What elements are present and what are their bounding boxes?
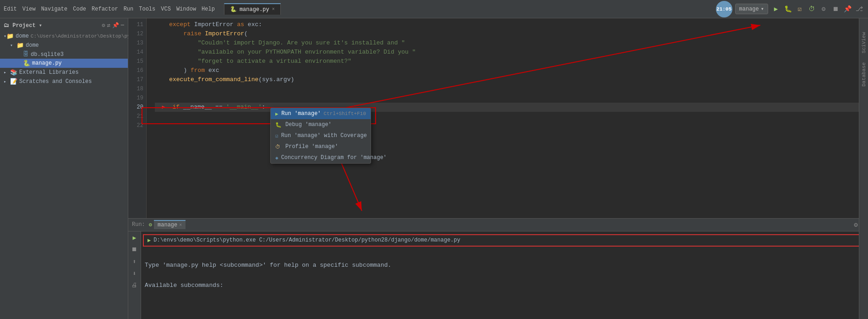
menu-tools[interactable]: Tools xyxy=(139,6,155,12)
coverage-icon: ☑ xyxy=(275,133,278,139)
bottom-tab-left: Run: ⚙ manage × xyxy=(132,220,186,229)
settings-icon[interactable]: ⚙ xyxy=(102,22,105,29)
folder-icon-dome: 📁 xyxy=(16,42,24,49)
ctx-profile-manage[interactable]: ⏱ Profile 'manage' xyxy=(271,141,371,152)
bottom-sidebar-layout: ▶ ⏹ ⬆ ⬇ 🖨 ▶ D:\envs\demo\Scripts\python.… xyxy=(128,231,868,319)
code-line-11: except ImportError as exc: xyxy=(155,20,864,29)
tab-label: manage.py xyxy=(240,6,269,13)
run-button[interactable]: ▶ xyxy=(771,4,781,14)
code-line-18 xyxy=(155,84,864,94)
ctx-concurrency-manage[interactable]: ◈ Concurrency Diagram for 'manage' xyxy=(271,152,371,163)
line-num-16: 16 xyxy=(128,66,146,75)
minimize-icon[interactable]: — xyxy=(121,22,124,29)
line-num-22: 22 xyxy=(128,121,146,130)
scratch-icon: 📝 xyxy=(10,78,17,85)
sciview-label[interactable]: SciView xyxy=(861,32,867,53)
menu-navigate[interactable]: Navigate xyxy=(41,6,68,12)
menu-vcs[interactable]: VCS xyxy=(161,6,171,12)
run-command-line: ▶ D:\envs\demo\Scripts\python.exe C:/Use… xyxy=(143,234,864,247)
code-line-19 xyxy=(155,94,864,103)
code-editor[interactable]: except ImportError as exc: raise ImportE… xyxy=(151,18,868,218)
sidebar-item-manage[interactable]: 🐍 manage.py xyxy=(0,59,128,68)
manage-run-icon: ⚙ xyxy=(149,221,152,228)
py-icon: 🐍 xyxy=(230,6,237,13)
line-num-11: 11 xyxy=(128,20,146,29)
context-menu: ▶ Run 'manage' Ctrl+Shift+F10 🐛 Debug 'm… xyxy=(270,108,371,164)
ctx-profile-label: Profile 'manage' xyxy=(285,143,338,150)
scroll-down-button[interactable]: ⬇ xyxy=(130,269,139,278)
line-num-17: 17 xyxy=(128,75,146,84)
menu-run[interactable]: Run xyxy=(124,6,134,12)
tree-label-manage: manage.py xyxy=(32,60,62,66)
ctx-coverage-manage[interactable]: ☑ Run 'manage' with Coverage xyxy=(271,130,371,141)
right-sidebar-strip: SciView Database xyxy=(859,18,868,319)
stop-run-button[interactable]: ⏹ xyxy=(130,245,139,254)
debug-icon: 🐛 xyxy=(275,122,283,128)
menu-code[interactable]: Code xyxy=(73,6,86,12)
sidebar-item-db[interactable]: 🗄 db.sqlite3 xyxy=(0,50,128,59)
bottom-tab-manage[interactable]: manage × xyxy=(154,220,186,229)
pin-button[interactable]: 📌 xyxy=(842,4,852,14)
debug-button[interactable]: 🐛 xyxy=(783,4,793,14)
profile-button[interactable]: ⏱ xyxy=(807,4,817,14)
editor-tab-manage[interactable]: 🐍 manage.py × xyxy=(224,3,281,15)
tree-label-external-libs: External Libraries xyxy=(19,69,79,76)
clock-badge: 21:05 xyxy=(716,1,732,17)
cmd-prompt: ▶ xyxy=(147,237,151,244)
menu-window[interactable]: Window xyxy=(176,6,196,12)
chevron-down-icon: ▾ xyxy=(761,6,764,12)
menu-help[interactable]: Help xyxy=(202,6,215,12)
tab-bar: 🐍 manage.py × xyxy=(224,3,716,15)
pin-sidebar-icon[interactable]: 📌 xyxy=(112,22,119,29)
line-num-15: 15 xyxy=(128,57,146,66)
sidebar-item-dome[interactable]: ▾ 📁 dome xyxy=(0,41,128,50)
top-bar: Edit View Navigate Code Refactor Run Too… xyxy=(0,0,868,18)
ctx-debug-label: Debug 'manage' xyxy=(285,121,332,128)
output-line-1 xyxy=(145,250,864,260)
layout-icon[interactable]: ⇌ xyxy=(107,22,110,29)
database-label[interactable]: Database xyxy=(861,62,867,87)
menu-view[interactable]: View xyxy=(22,6,36,12)
ctx-run-manage[interactable]: ▶ Run 'manage' Ctrl+Shift+F10 xyxy=(271,108,371,119)
db-icon: 🗄 xyxy=(23,51,29,58)
coverage-button[interactable]: ☑ xyxy=(795,4,805,14)
print-button[interactable]: 🖨 xyxy=(130,281,139,290)
run-config-dropdown[interactable]: manage ▾ xyxy=(735,4,768,14)
run-again-button[interactable]: ▶ xyxy=(130,233,139,242)
bottom-left-toolbar: ▶ ⏹ ⬆ ⬇ 🖨 xyxy=(128,231,141,319)
line-num-19: 19 xyxy=(128,94,146,103)
menu-edit[interactable]: Edit xyxy=(4,6,17,12)
run-toolbar-icons: ▶ 🐛 ☑ ⏱ ⚙ ⏹ 📌 ⎇ xyxy=(771,4,864,14)
line-numbers: 11 12 13 14 15 16 17 18 19 20 21 22 xyxy=(128,18,147,218)
bottom-settings-icon[interactable]: ⚙ xyxy=(854,221,857,229)
git-button[interactable]: ⎇ xyxy=(854,4,864,14)
code-line-16: ) from exc xyxy=(155,66,864,75)
run-config-label: manage xyxy=(739,6,759,12)
sidebar-item-dome-root[interactable]: ▾ 📁 dome C:\Users\Administrator\Desktop\… xyxy=(0,32,128,41)
expand-arrow-libs: ▸ xyxy=(4,70,10,75)
output-line-3 xyxy=(145,270,864,280)
expand-arrow-dome: ▾ xyxy=(10,43,16,48)
stop-button[interactable]: ⏹ xyxy=(830,4,841,14)
ctx-concurrency-label: Concurrency Diagram for 'manage' xyxy=(281,154,387,161)
ctx-debug-manage[interactable]: 🐛 Debug 'manage' xyxy=(271,119,371,130)
editor-area: 11 12 13 14 15 16 17 18 19 20 21 22 exce… xyxy=(128,18,868,218)
folder-icon: 📁 xyxy=(6,33,14,40)
tab-close-button[interactable]: × xyxy=(272,7,275,12)
settings-run-button[interactable]: ⚙ xyxy=(819,4,829,14)
menu-bar: Edit View Navigate Code Refactor Run Too… xyxy=(4,6,215,12)
bottom-tabs-bar: Run: ⚙ manage × ⚙ — xyxy=(128,219,868,231)
code-line-14: "available on your PYTHONPATH environmen… xyxy=(155,48,864,57)
project-sidebar: 🗂 Project ▾ ⚙ ⇌ 📌 — ▾ 📁 dome C:\Users\Ad… xyxy=(0,18,128,319)
sidebar-item-external-libs[interactable]: ▸ 📚 External Libraries xyxy=(0,68,128,77)
code-line-17: execute_from_command_line(sys.argv) xyxy=(155,75,864,84)
cmd-text: D:\envs\demo\Scripts\python.exe C:/Users… xyxy=(153,237,460,243)
run-icon: ▶ xyxy=(275,111,278,117)
menu-refactor[interactable]: Refactor xyxy=(92,6,118,12)
scroll-up-button[interactable]: ⬆ xyxy=(130,257,139,266)
bottom-tab-close[interactable]: × xyxy=(179,223,182,228)
sidebar-header: 🗂 Project ▾ ⚙ ⇌ 📌 — xyxy=(0,20,128,31)
sidebar-item-scratches[interactable]: ▸ 📝 Scratches and Consoles xyxy=(0,77,128,86)
tree-label-dome: dome xyxy=(26,42,39,49)
code-line-20: ▶ if __name__ == '__main__': xyxy=(155,103,864,112)
